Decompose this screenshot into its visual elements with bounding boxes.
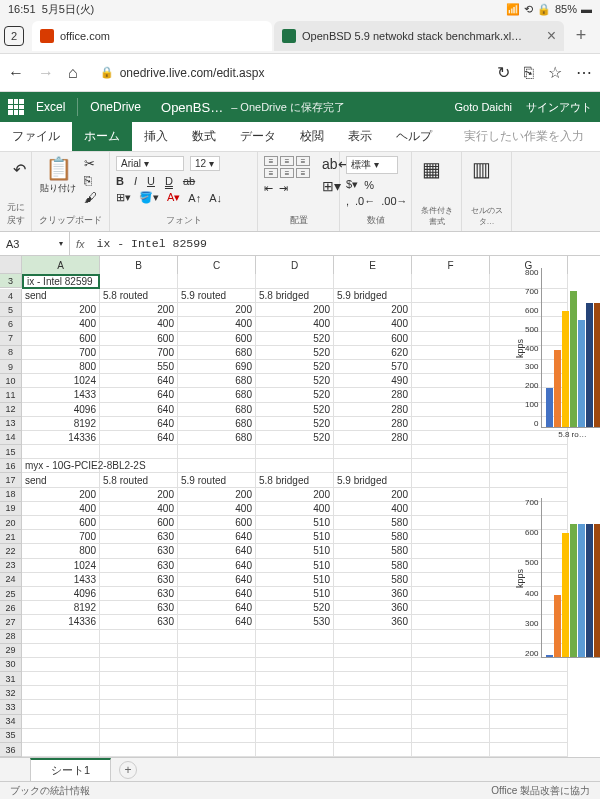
cell-B7[interactable]: 600 — [100, 332, 178, 346]
cell-A25[interactable]: 4096 — [22, 587, 100, 601]
col-header-A[interactable]: A — [22, 256, 100, 274]
cell-B11[interactable]: 640 — [100, 388, 178, 402]
cell-E14[interactable]: 280 — [334, 431, 412, 445]
cell-F6[interactable] — [412, 317, 490, 331]
font-color-button[interactable]: A▾ — [167, 191, 180, 204]
cell-A20[interactable]: 600 — [22, 516, 100, 530]
font-grow-button[interactable]: A↑ — [188, 192, 201, 204]
cell-D28[interactable] — [256, 630, 334, 644]
row-header-9[interactable]: 9 — [0, 360, 22, 374]
cell-A29[interactable] — [22, 644, 100, 658]
cell-E26[interactable]: 360 — [334, 601, 412, 615]
cell-C14[interactable]: 680 — [178, 431, 256, 445]
row-header-31[interactable]: 31 — [0, 672, 22, 686]
row-header-28[interactable]: 28 — [0, 630, 22, 644]
cell-E21[interactable]: 580 — [334, 530, 412, 544]
cell-C6[interactable]: 400 — [178, 317, 256, 331]
cell-A19[interactable]: 400 — [22, 502, 100, 516]
cell-C10[interactable]: 680 — [178, 374, 256, 388]
cell-B33[interactable] — [100, 700, 178, 714]
row-header-22[interactable]: 22 — [0, 544, 22, 558]
indent-increase-button[interactable]: ⇥ — [279, 182, 288, 195]
cell-C35[interactable] — [178, 729, 256, 743]
row-header-5[interactable]: 5 — [0, 303, 22, 317]
tab-help[interactable]: ヘルプ — [384, 122, 444, 151]
cell-C23[interactable]: 640 — [178, 559, 256, 573]
copy-button[interactable]: ⎘ — [84, 173, 97, 188]
cell-C26[interactable]: 640 — [178, 601, 256, 615]
cell-F4[interactable] — [412, 289, 490, 303]
cell-E35[interactable] — [334, 729, 412, 743]
cell-C19[interactable]: 400 — [178, 502, 256, 516]
row-header-7[interactable]: 7 — [0, 332, 22, 346]
cell-B15[interactable] — [100, 445, 178, 459]
cell-D24[interactable]: 510 — [256, 573, 334, 587]
tab-insert[interactable]: 挿入 — [132, 122, 180, 151]
cell-F24[interactable] — [412, 573, 490, 587]
cell-B21[interactable]: 630 — [100, 530, 178, 544]
tab-home[interactable]: ホーム — [72, 122, 132, 151]
indent-decrease-button[interactable]: ⇤ — [264, 182, 273, 195]
file-name[interactable]: OpenBS… — [161, 100, 223, 115]
fill-color-button[interactable]: 🪣▾ — [139, 191, 159, 204]
chart-1[interactable]: kpps80070060050040030020010005.8 ro… — [515, 268, 600, 468]
cell-A18[interactable]: 200 — [22, 488, 100, 502]
cell-F14[interactable] — [412, 431, 490, 445]
cell-E23[interactable]: 580 — [334, 559, 412, 573]
row-header-10[interactable]: 10 — [0, 374, 22, 388]
cell-E12[interactable]: 280 — [334, 403, 412, 417]
row-header-15[interactable]: 15 — [0, 445, 22, 459]
cell-C25[interactable]: 640 — [178, 587, 256, 601]
cell-D4[interactable]: 5.8 bridged — [256, 289, 334, 303]
cell-A16[interactable]: myx - 10G-PCIE2-8BL2-2S — [22, 459, 100, 473]
cell-D29[interactable] — [256, 644, 334, 658]
cell-E30[interactable] — [334, 658, 412, 672]
cell-B32[interactable] — [100, 686, 178, 700]
refresh-button[interactable]: ↻ — [497, 63, 510, 82]
cell-D17[interactable]: 5.8 bridged — [256, 473, 334, 487]
cell-E36[interactable] — [334, 743, 412, 757]
service-name[interactable]: OneDrive — [90, 100, 141, 114]
cell-G36[interactable] — [490, 743, 568, 757]
cell-F20[interactable] — [412, 516, 490, 530]
italic-button[interactable]: I — [134, 175, 137, 187]
cell-F18[interactable] — [412, 488, 490, 502]
cell-B24[interactable]: 630 — [100, 573, 178, 587]
col-header-B[interactable]: B — [100, 256, 178, 274]
cell-A14[interactable]: 14336 — [22, 431, 100, 445]
cell-B8[interactable]: 700 — [100, 346, 178, 360]
row-header-19[interactable]: 19 — [0, 502, 22, 516]
cell-D25[interactable]: 510 — [256, 587, 334, 601]
row-header-35[interactable]: 35 — [0, 729, 22, 743]
cell-A6[interactable]: 400 — [22, 317, 100, 331]
cell-C13[interactable]: 680 — [178, 417, 256, 431]
cell-D21[interactable]: 510 — [256, 530, 334, 544]
cell-F33[interactable] — [412, 700, 490, 714]
cell-E28[interactable] — [334, 630, 412, 644]
cell-F16[interactable] — [412, 459, 490, 473]
forward-button[interactable]: → — [38, 64, 54, 82]
col-header-D[interactable]: D — [256, 256, 334, 274]
cell-D9[interactable]: 520 — [256, 360, 334, 374]
spreadsheet-grid[interactable]: ABCDEFG3ix - Intel 825994send5.8 routed5… — [0, 256, 600, 762]
undo-button[interactable]: ↶ — [6, 156, 32, 182]
cell-A33[interactable] — [22, 700, 100, 714]
tab-file[interactable]: ファイル — [0, 122, 72, 151]
cell-F21[interactable] — [412, 530, 490, 544]
row-header-17[interactable]: 17 — [0, 473, 22, 487]
cell-C7[interactable]: 600 — [178, 332, 256, 346]
cell-F25[interactable] — [412, 587, 490, 601]
cell-E29[interactable] — [334, 644, 412, 658]
cell-A27[interactable]: 14336 — [22, 615, 100, 629]
cell-F34[interactable] — [412, 715, 490, 729]
row-header-26[interactable]: 26 — [0, 601, 22, 615]
cell-E34[interactable] — [334, 715, 412, 729]
cell-F30[interactable] — [412, 658, 490, 672]
cell-B29[interactable] — [100, 644, 178, 658]
cell-E8[interactable]: 620 — [334, 346, 412, 360]
border-button[interactable]: ⊞▾ — [116, 191, 131, 204]
chart-2[interactable]: kpps700600500400300200 — [515, 498, 600, 678]
cell-B9[interactable]: 550 — [100, 360, 178, 374]
cell-B4[interactable]: 5.8 routed — [100, 289, 178, 303]
cell-B27[interactable]: 630 — [100, 615, 178, 629]
